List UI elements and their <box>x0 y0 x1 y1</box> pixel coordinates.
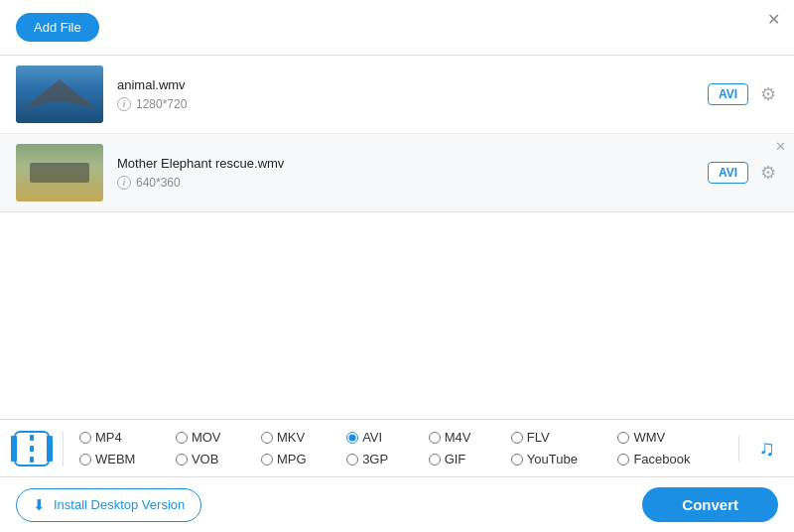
radio-vob[interactable] <box>176 454 188 466</box>
format-bar: MP4 MOV MKV AVI M4V FLV WMV WEBM <box>0 419 794 477</box>
radio-mpg[interactable] <box>261 454 273 466</box>
radio-3gp[interactable] <box>346 454 358 466</box>
file-meta-1: i 1280*720 <box>117 97 708 111</box>
file-item-1: animal.wmv i 1280*720 AVI ⚙ <box>0 56 794 134</box>
radio-mov[interactable] <box>176 432 188 444</box>
audio-format-icon-wrap[interactable]: ♫ <box>738 436 794 462</box>
file-actions-2: AVI ⚙ <box>708 162 778 184</box>
radio-m4v[interactable] <box>429 432 441 444</box>
format-option-vob[interactable]: VOB <box>172 450 257 468</box>
file-name-1: animal.wmv <box>117 77 708 92</box>
info-icon-2: i <box>117 176 131 190</box>
format-option-mp4[interactable]: MP4 <box>75 428 172 447</box>
format-option-m4v[interactable]: M4V <box>425 428 507 447</box>
film-notch <box>30 435 34 441</box>
format-option-facebook[interactable]: Facebook <box>613 450 727 468</box>
settings-button-1[interactable]: ⚙ <box>758 83 778 105</box>
info-icon-1: i <box>117 97 131 111</box>
file-thumbnail-2 <box>16 144 103 201</box>
format-option-wmv[interactable]: WMV <box>613 428 727 447</box>
footer-actions: ⬇ Install Desktop Version Convert <box>0 477 794 532</box>
radio-wmv[interactable] <box>617 432 629 444</box>
remove-file-button-2[interactable]: ✕ <box>775 140 786 153</box>
format-option-3gp[interactable]: 3GP <box>342 450 425 468</box>
film-notches <box>30 435 34 463</box>
film-notch <box>30 457 34 463</box>
add-file-button[interactable]: Add File <box>16 13 99 42</box>
file-name-2: Mother Elephant rescue.wmv <box>117 156 708 171</box>
file-thumbnail-1 <box>16 66 103 123</box>
window-close-button[interactable]: ✕ <box>767 12 780 28</box>
video-format-icon-wrap[interactable] <box>0 431 64 466</box>
music-icon: ♫ <box>758 436 775 462</box>
film-notch <box>30 446 34 452</box>
file-actions-1: AVI ⚙ <box>708 83 778 105</box>
file-info-2: Mother Elephant rescue.wmv i 640*360 <box>103 156 708 190</box>
format-option-gif[interactable]: GIF <box>425 450 507 468</box>
format-option-avi[interactable]: AVI <box>342 428 425 447</box>
radio-facebook[interactable] <box>617 454 629 466</box>
format-option-mkv[interactable]: MKV <box>257 428 342 447</box>
file-item-2: ✕ Mother Elephant rescue.wmv i 640*360 A… <box>0 134 794 211</box>
format-option-mov[interactable]: MOV <box>172 428 257 447</box>
format-option-flv[interactable]: FLV <box>507 428 614 447</box>
download-icon: ⬇ <box>33 496 46 514</box>
radio-youtube[interactable] <box>511 454 523 466</box>
radio-gif[interactable] <box>429 454 441 466</box>
format-options: MP4 MOV MKV AVI M4V FLV WMV WEBM <box>64 428 738 468</box>
format-option-mpg[interactable]: MPG <box>257 450 342 468</box>
header: Add File ✕ <box>0 0 794 56</box>
format-badge-1[interactable]: AVI <box>708 83 748 105</box>
file-list: animal.wmv i 1280*720 AVI ⚙ ✕ Mother Ele… <box>0 56 794 212</box>
radio-mp4[interactable] <box>79 432 91 444</box>
settings-button-2[interactable]: ⚙ <box>758 162 778 184</box>
radio-flv[interactable] <box>511 432 523 444</box>
format-option-webm[interactable]: WEBM <box>75 450 172 468</box>
format-option-youtube[interactable]: YouTube <box>507 450 614 468</box>
radio-mkv[interactable] <box>261 432 273 444</box>
radio-webm[interactable] <box>79 454 91 466</box>
radio-avi[interactable] <box>346 432 358 444</box>
install-label: Install Desktop Version <box>54 497 185 512</box>
file-resolution-1: 1280*720 <box>136 97 187 111</box>
file-info-1: animal.wmv i 1280*720 <box>103 77 708 111</box>
convert-button[interactable]: Convert <box>642 487 778 522</box>
bottom-panel: MP4 MOV MKV AVI M4V FLV WMV WEBM <box>0 419 794 532</box>
format-badge-2[interactable]: AVI <box>708 162 748 184</box>
film-icon <box>14 431 50 466</box>
file-resolution-2: 640*360 <box>136 176 181 190</box>
install-desktop-button[interactable]: ⬇ Install Desktop Version <box>16 488 201 522</box>
file-meta-2: i 640*360 <box>117 176 708 190</box>
